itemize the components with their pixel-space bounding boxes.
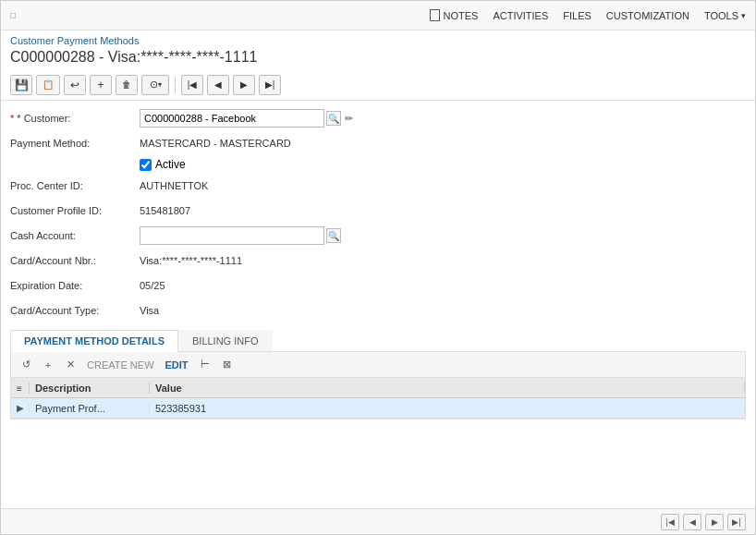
card-account-nbr-value: Visa:****-****-****-1111: [140, 255, 242, 266]
cash-account-input[interactable]: [140, 226, 324, 245]
customer-field-group: 🔍 ✏: [140, 109, 353, 128]
tab-payment-method-details[interactable]: PAYMENT METHOD DETAILS: [10, 330, 178, 352]
bottom-last-icon: ▶|: [732, 517, 740, 527]
bottom-prev-icon: ◀: [689, 517, 696, 527]
bottom-first-button[interactable]: |◀: [661, 514, 679, 530]
active-label: Active: [155, 158, 186, 171]
fit-icon: ⊢: [201, 359, 210, 371]
payment-method-label: Payment Method:: [10, 138, 140, 149]
bottom-next-icon: ▶: [712, 517, 718, 527]
prev-button[interactable]: ◀: [207, 75, 229, 95]
tab-add-button[interactable]: +: [39, 356, 57, 374]
active-row: Active: [140, 158, 565, 171]
undo-button[interactable]: ↩: [64, 75, 86, 95]
cash-account-field-group: 🔍: [140, 226, 341, 245]
create-new-button[interactable]: CREATE NEW: [83, 358, 158, 372]
grid-header: ≡ Description Value: [11, 378, 745, 398]
row-expand-icon[interactable]: ▶: [11, 403, 30, 413]
refresh-icon: ↺: [22, 359, 30, 371]
proc-center-id-value: AUTHNETTOK: [140, 180, 208, 191]
proc-center-id-row: Proc. Center ID: AUTHNETTOK: [10, 176, 565, 196]
cash-account-search-icon[interactable]: 🔍: [326, 228, 341, 243]
activities-nav-item[interactable]: ACTIVITIES: [493, 10, 548, 21]
tab-billing-info[interactable]: BILLING INFO: [178, 330, 273, 351]
row-description-cell: Payment Prof...: [30, 403, 150, 414]
clear-icon: ⊠: [223, 359, 231, 371]
card-account-type-label: Card/Account Type:: [10, 305, 140, 316]
bottom-prev-button[interactable]: ◀: [683, 514, 701, 530]
bottom-first-icon: |◀: [665, 517, 674, 527]
tab-add-icon: +: [45, 359, 51, 371]
copy-icon: ⊙: [150, 79, 158, 91]
toolbar-separator: [175, 77, 176, 93]
expiration-date-label: Expiration Date:: [10, 280, 140, 291]
customization-nav-item[interactable]: CUSTOMIZATION: [606, 10, 689, 21]
add-button[interactable]: +: [90, 75, 112, 95]
top-nav: □ NOTES ACTIVITIES FILES CUSTOMIZATION T…: [1, 1, 755, 30]
tabs-row: PAYMENT METHOD DETAILS BILLING INFO: [10, 330, 746, 351]
tab-delete-button[interactable]: ✕: [61, 356, 79, 374]
expiration-date-value: 05/25: [140, 280, 165, 291]
last-button[interactable]: ▶|: [259, 75, 281, 95]
form-section: * Customer: 🔍 ✏ Payment Method: MASTERCA…: [10, 108, 565, 321]
main-content: * Customer: 🔍 ✏ Payment Method: MASTERCA…: [1, 101, 755, 508]
copy-chevron-icon: ▾: [158, 80, 162, 89]
tab-toolbar: ↺ + ✕ CREATE NEW EDIT ⊢ ⊠: [11, 352, 745, 378]
last-icon: ▶|: [265, 79, 275, 90]
fit-button[interactable]: ⊢: [196, 356, 214, 374]
customer-profile-id-row: Customer Profile ID: 515481807: [10, 201, 565, 221]
customer-input[interactable]: [140, 109, 324, 128]
bottom-last-button[interactable]: ▶|: [727, 514, 746, 530]
delete-icon: 🗑: [122, 79, 131, 90]
next-button[interactable]: ▶: [233, 75, 255, 95]
files-nav-item[interactable]: FILES: [563, 10, 591, 21]
grid-description-header: Description: [30, 383, 150, 394]
undo-icon: ↩: [70, 79, 79, 91]
breadcrumb-link[interactable]: Customer Payment Methods: [10, 35, 139, 46]
tabs-area: PAYMENT METHOD DETAILS BILLING INFO: [10, 330, 746, 352]
payment-method-row: Payment Method: MASTERCARD - MASTERCARD: [10, 133, 565, 153]
tab-content: ↺ + ✕ CREATE NEW EDIT ⊢ ⊠: [10, 352, 746, 419]
customer-profile-id-label: Customer Profile ID:: [10, 205, 140, 216]
copy-button[interactable]: ⊙ ▾: [141, 75, 169, 95]
save-close-icon: 📋: [43, 79, 54, 90]
save-icon: 💾: [15, 79, 29, 91]
cash-account-label: Cash Account:: [10, 230, 140, 241]
clear-button[interactable]: ⊠: [218, 356, 237, 374]
table-row[interactable]: ▶ Payment Prof... 523385931: [11, 398, 745, 419]
data-grid: ≡ Description Value ▶ Payment Prof... 52…: [11, 378, 745, 419]
card-account-nbr-label: Card/Account Nbr.:: [10, 255, 140, 266]
first-icon: |◀: [188, 79, 198, 90]
tools-chevron-icon: ▾: [741, 11, 746, 20]
breadcrumb-area: Customer Payment Methods C000000288 - Vi…: [1, 30, 755, 69]
grid-value-header: Value: [150, 383, 745, 394]
notes-nav-item[interactable]: NOTES: [430, 9, 478, 21]
edit-button[interactable]: EDIT: [162, 358, 192, 372]
tools-nav-item[interactable]: TOOLS ▾: [704, 10, 746, 21]
card-account-nbr-row: Card/Account Nbr.: Visa:****-****-****-1…: [10, 250, 565, 271]
row-value-cell: 523385931: [150, 403, 745, 414]
delete-button[interactable]: 🗑: [116, 75, 138, 95]
bottom-bar: |◀ ◀ ▶ ▶|: [1, 508, 755, 534]
tab-delete-icon: ✕: [67, 359, 75, 371]
expiration-date-row: Expiration Date: 05/25: [10, 275, 565, 296]
page-title: C000000288 - Visa:****-****-****-1111: [10, 49, 746, 66]
customer-profile-id-value: 515481807: [140, 205, 190, 216]
bottom-next-button[interactable]: ▶: [705, 514, 724, 530]
customer-search-icon[interactable]: 🔍: [326, 111, 341, 126]
customer-edit-icon[interactable]: ✏: [345, 113, 353, 125]
notes-doc-icon: [430, 9, 440, 21]
grid-col-expand-header: ≡: [11, 383, 30, 394]
tab-refresh-button[interactable]: ↺: [17, 356, 35, 374]
save-close-button[interactable]: 📋: [36, 75, 60, 95]
next-icon: ▶: [240, 79, 248, 90]
active-checkbox[interactable]: [140, 159, 152, 171]
grid-settings-icon: ≡: [17, 383, 22, 394]
customer-label: * Customer:: [10, 113, 140, 124]
card-account-type-row: Card/Account Type: Visa: [10, 300, 565, 321]
first-button[interactable]: |◀: [181, 75, 203, 95]
add-icon: +: [97, 79, 104, 91]
toolbar: 💾 📋 ↩ + 🗑 ⊙ ▾ |◀ ◀ ▶ ▶|: [1, 69, 755, 101]
save-button[interactable]: 💾: [10, 75, 32, 95]
card-account-type-value: Visa: [140, 305, 159, 316]
